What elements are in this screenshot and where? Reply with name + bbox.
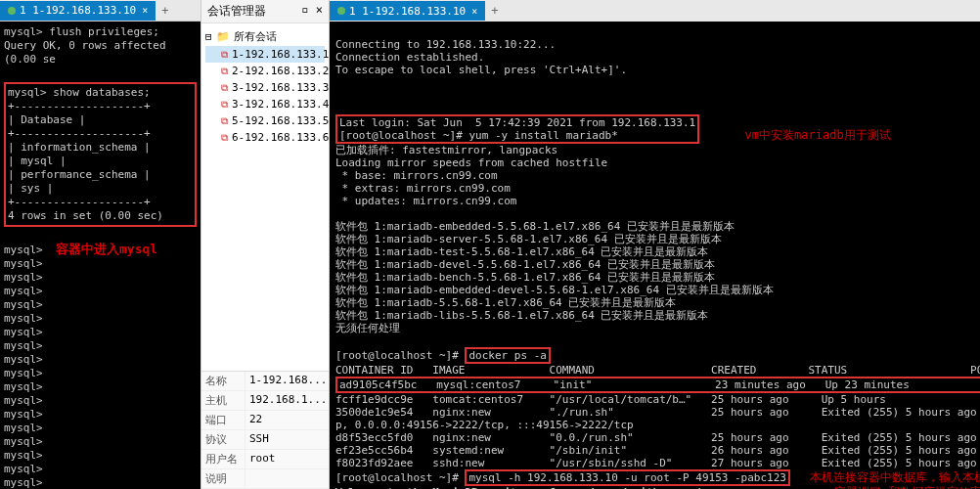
terminal-line: | information_schema | (8, 141, 193, 155)
table-row: p, 0.0.0.0:49156->2222/tcp, :::49156->22… (335, 419, 634, 431)
tab-label: 1 1-192.168.133.10 (349, 5, 466, 18)
prop-row: 协议SSH (201, 430, 329, 450)
tree-item[interactable]: ⧉3-192.168.133.40 (205, 96, 325, 112)
terminal-line: mysql> flush privileges; (4, 25, 197, 39)
prop-key: 协议 (201, 430, 245, 449)
terminal-line: +--------------------+ (8, 127, 193, 141)
tab-session-1[interactable]: 1 1-192.168.133.10 × (0, 1, 156, 21)
terminal-line: 4 rows in set (0.00 sec) (8, 209, 193, 223)
add-tab-button[interactable]: + (485, 2, 504, 20)
tree-item-label: 3-192.168.133.30 (232, 81, 335, 94)
prompt: [root@localhost ~]# (335, 471, 459, 484)
folder-icon: 📁 (216, 30, 230, 43)
annotation-label: 容器端口 和数据库设定的密码进入 (834, 485, 980, 489)
terminal-line: mysql> show databases; (8, 86, 193, 100)
terminal-line: | mysql | (8, 155, 193, 168)
terminal-line: mysql> (4, 394, 197, 408)
terminal-block: 已加载插件: fastestmirror, langpacks Loading … (335, 144, 974, 207)
prop-value (245, 469, 329, 488)
status-dot-icon (337, 7, 345, 15)
terminal-line: mysql> 容器中进入mysql (4, 243, 197, 257)
terminal-line: mysql> (4, 353, 197, 367)
prop-key: 用户名 (201, 450, 245, 468)
tree-item-label: 5-192.168.133.50 (232, 114, 335, 127)
terminal-line: mysql> (4, 449, 197, 463)
prop-key: 主机 (201, 391, 245, 410)
terminal-icon: ⧉ (221, 99, 228, 111)
tab-session-1-right[interactable]: 1 1-192.168.133.10 × (330, 1, 485, 21)
prompt: [root@localhost ~]# (339, 129, 463, 142)
terminal-line: mysql> (4, 367, 197, 380)
prop-key: 说明 (201, 469, 245, 488)
terminal-icon: ⧉ (221, 49, 228, 61)
tree-item[interactable]: ⧉2-192.168.133.20 (205, 63, 325, 79)
table-row: ef23e5cc56b4 systemd:new "/sbin/init" 26… (335, 444, 980, 457)
session-manager-panel: 会话管理器 ▫ × ⊟ 📁 所有会话 ⧉1-192.168.133.10 ⧉2-… (200, 0, 330, 489)
right-pane: 1 1-192.168.133.10 × + Connecting to 192… (330, 0, 980, 489)
terminal-line: mysql> (4, 326, 197, 339)
terminal-line: mysql> (4, 435, 197, 449)
terminal-line: | Database | (8, 113, 193, 127)
tree-item[interactable]: ⧉3-192.168.133.30 (205, 79, 325, 96)
tree-root-label: 所有会话 (234, 29, 277, 44)
prop-value: root (245, 450, 329, 468)
terminal-line: mysql> (4, 298, 197, 312)
tree-item[interactable]: ⧉5-192.168.133.50 (205, 112, 325, 129)
close-icon[interactable]: × (142, 5, 148, 16)
terminal-right[interactable]: Connecting to 192.168.133.10:22... Conne… (330, 22, 980, 489)
minus-icon: ⊟ (205, 30, 212, 43)
prop-value: 1-192.168... (245, 372, 329, 390)
left-tab-bar: 1 1-192.168.133.10 × + (0, 0, 200, 22)
terminal-line: +--------------------+ (8, 100, 193, 113)
prop-row: 端口22 (201, 411, 329, 430)
terminal-line: mysql> (4, 380, 197, 394)
highlight-box: mysql -h 192.168.133.10 -u root -P 49153… (465, 469, 790, 486)
annotation-label: 容器中进入mysql (56, 242, 157, 256)
terminal-left[interactable]: mysql> flush privileges; Query OK, 0 row… (0, 22, 200, 489)
annotation-label: vm中安装mariadb用于测试 (745, 128, 891, 142)
highlight-box: docker ps -a (465, 347, 550, 364)
annotation-label: 本机连接容器中数据库，输入本机IP指定 (810, 470, 980, 484)
terminal-icon: ⧉ (221, 82, 228, 94)
tab-label: 1 1-192.168.133.10 (20, 4, 136, 17)
panel-title: 会话管理器 (207, 3, 266, 20)
right-tab-bar: 1 1-192.168.133.10 × + (330, 0, 980, 22)
table-row: fcff1e9dcc9e tomcat:centos7 "/usr/local/… (335, 393, 980, 406)
terminal-block: Connecting to 192.168.133.10:22... Conne… (335, 38, 974, 76)
prompt: [root@localhost ~]# (335, 349, 459, 362)
terminal-line: mysql> (4, 257, 197, 271)
panel-controls[interactable]: ▫ × (301, 3, 323, 20)
terminal-line: Last login: Sat Jun 5 17:42:39 2021 from… (339, 116, 695, 129)
terminal-line: mysql> (4, 476, 197, 489)
panel-title-bar: 会话管理器 ▫ × (201, 0, 329, 23)
tree-item-label: 3-192.168.133.40 (232, 98, 335, 111)
terminal-line: mysql> (4, 312, 197, 326)
terminal-line: mysql> (4, 339, 197, 353)
highlight-box: ad9105c4f5bc mysql:centos7 "init" 23 min… (335, 377, 980, 393)
tree-root[interactable]: ⊟ 📁 所有会话 (205, 27, 325, 46)
terminal-line: Query OK, 0 rows affected (0.00 se (4, 39, 197, 67)
terminal-line: mysql> (4, 271, 197, 285)
tree-item[interactable]: ⧉1-192.168.133.10 (205, 46, 325, 63)
terminal-block: 软件包 1:mariadb-embedded-5.5.68-1.el7.x86_… (335, 220, 974, 334)
prop-row: 主机192.168.1... (201, 391, 329, 411)
table-row: 3500de1c9e54 nginx:new "./run.sh" 25 hou… (335, 406, 980, 419)
tree-item-label: 6-192.168.133.60 (232, 131, 335, 144)
prop-row: 说明 (201, 469, 329, 489)
terminal-icon: ⧉ (221, 115, 228, 127)
terminal-line: | performance_schema | (8, 168, 193, 182)
terminal-line: mysql> (4, 422, 197, 435)
terminal-icon: ⧉ (221, 132, 228, 144)
terminal-line: mysql> (4, 285, 197, 298)
terminal-line: +--------------------+ (8, 196, 193, 209)
tree-item-label: 2-192.168.133.20 (232, 65, 335, 77)
prop-row: 名称1-192.168... (201, 372, 329, 391)
highlight-box: Last login: Sat Jun 5 17:42:39 2021 from… (335, 114, 699, 144)
close-icon[interactable]: × (471, 6, 477, 17)
add-tab-button[interactable]: + (156, 2, 174, 20)
terminal-line: | sys | (8, 182, 193, 196)
table-header: CONTAINER ID IMAGE COMMAND CREATED STATU… (335, 364, 980, 377)
tree-item[interactable]: ⧉6-192.168.133.60 (205, 129, 325, 146)
tree-item-label: 1-192.168.133.10 (232, 48, 335, 61)
prop-key: 端口 (201, 411, 245, 429)
